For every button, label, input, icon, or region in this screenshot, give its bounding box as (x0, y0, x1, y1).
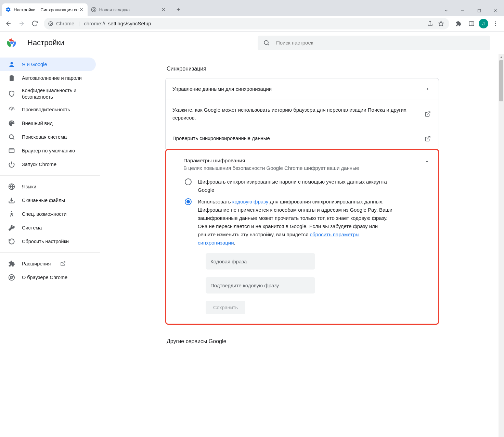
gear-icon (5, 7, 11, 12)
power-icon (8, 161, 15, 168)
svg-point-15 (10, 41, 13, 44)
chrome-icon (48, 21, 53, 26)
svg-point-18 (11, 62, 13, 64)
sidepanel-icon[interactable] (466, 18, 477, 29)
url-path: settings/syncSetup (108, 21, 151, 26)
encryption-header-row[interactable]: Параметры шифрования В целях повышения б… (166, 150, 438, 174)
section-title-sync: Синхронизация (167, 66, 439, 72)
svg-line-20 (13, 138, 14, 140)
sidebar-item[interactable]: Производительность (0, 103, 96, 116)
row-manage-sync-data[interactable]: Управление данными для синхронизации (166, 78, 439, 100)
sidebar-item[interactable]: Скачанные файлы (0, 193, 96, 207)
reload-button[interactable] (29, 18, 40, 29)
tab-title: Настройки – Синхронизация се (14, 7, 79, 12)
close-icon[interactable]: ✕ (161, 7, 166, 12)
sidebar-item-label: Поисковая система (22, 134, 67, 140)
share-icon[interactable] (426, 20, 434, 28)
settings-search-input[interactable] (275, 39, 485, 46)
sidebar-item[interactable]: Расширения (0, 257, 96, 271)
row-google-history[interactable]: Укажите, как Google может использовать и… (166, 100, 439, 128)
menu-icon[interactable] (490, 18, 501, 29)
radio-selected-icon[interactable] (185, 198, 192, 205)
row-check-synced-data[interactable]: Проверить синхронизированные данные (166, 128, 439, 149)
svg-rect-21 (9, 149, 14, 153)
svg-point-19 (9, 135, 13, 139)
sidebar-item[interactable]: Автозаполнение и пароли (0, 71, 96, 85)
radio-unselected-icon[interactable] (185, 178, 192, 185)
settings-header: Настройки (0, 32, 504, 54)
scroll-up-icon[interactable]: ▲ (499, 54, 504, 60)
encryption-settings-highlight: Параметры шифрования В целях повышения б… (165, 149, 439, 325)
maximize-button[interactable] (471, 5, 487, 16)
sidebar-item[interactable]: Система (0, 221, 96, 235)
sidebar-item[interactable]: Спец. возможности (0, 207, 96, 221)
reset-icon (8, 238, 15, 245)
settings-search[interactable] (258, 36, 490, 50)
page-title: Настройки (27, 38, 64, 47)
new-tab-button[interactable]: + (172, 5, 181, 14)
sidebar-item-label: Производительность (22, 107, 70, 113)
save-button[interactable]: Сохранить (206, 301, 245, 314)
shield-icon (8, 90, 15, 97)
back-button[interactable] (3, 18, 14, 29)
extensions-icon[interactable] (453, 18, 464, 29)
sidebar-item[interactable]: Внешний вид (0, 116, 96, 130)
row-text: Укажите, как Google может использовать и… (172, 106, 418, 122)
search-icon (8, 134, 15, 140)
passphrase-input[interactable] (206, 253, 315, 270)
row-text: Управление данными для синхронизации (172, 85, 418, 93)
encryption-subtitle: В целях повышения безопасности Google Ch… (183, 165, 423, 171)
divider (0, 252, 100, 253)
sidebar-item[interactable]: Языки (0, 180, 96, 193)
browser-tab[interactable]: Новая вкладка ✕ (88, 3, 170, 16)
avatar-letter: J (482, 21, 485, 26)
sidebar-item[interactable]: Сбросить настройки (0, 235, 96, 248)
content-area: ▲ Синхронизация Управление данными для с… (100, 54, 504, 437)
url-scheme-label: Chrome (56, 21, 74, 26)
tab-strip: Настройки – Синхронизация се ✕ Новая вкл… (0, 0, 438, 16)
svg-rect-3 (478, 9, 480, 12)
section-title-other-google: Другие сервисы Google (167, 338, 439, 345)
sidebar-item[interactable]: Конфиденциальность и безопасность (0, 85, 96, 103)
svg-rect-8 (469, 22, 474, 26)
address-bar[interactable]: Chrome | chrome://settings/syncSetup (44, 18, 449, 29)
globe-icon (8, 183, 15, 190)
sidebar-item-label: Запуск Chrome (22, 161, 56, 168)
svg-line-17 (268, 44, 269, 45)
sidebar-item-label: Внешний вид (22, 120, 53, 127)
link-passphrase[interactable]: кодовую фразу (232, 199, 268, 204)
browser-tab-active[interactable]: Настройки – Синхронизация се ✕ (2, 3, 88, 16)
sidebar-item[interactable]: Браузер по умолчанию (0, 144, 96, 158)
sidebar-item[interactable]: Я и Google (0, 58, 96, 71)
encryption-title: Параметры шифрования (183, 158, 423, 164)
sidebar-item[interactable]: Поисковая система (0, 130, 96, 144)
sidebar-item[interactable]: О браузере Chrome (0, 271, 96, 284)
close-window-button[interactable] (488, 5, 503, 16)
divider (0, 175, 100, 176)
passphrase-inputs: Сохранить (206, 253, 419, 314)
tab-title: Новая вкладка (99, 7, 161, 12)
svg-point-11 (495, 23, 496, 24)
forward-button[interactable] (16, 18, 27, 29)
radio-option-passphrase[interactable]: Использовать кодовую фразу для шифровани… (185, 198, 419, 247)
sidebar-item[interactable]: Запуск Chrome (0, 158, 96, 171)
scrollbar-track[interactable]: ▲ (499, 54, 504, 437)
confirm-passphrase-input[interactable] (206, 277, 315, 294)
svg-point-7 (50, 23, 52, 24)
open-external-icon (424, 110, 432, 118)
speed-icon (8, 106, 15, 113)
row-text: Проверить синхронизированные данные (172, 135, 418, 142)
radio-option-google-account[interactable]: Шифровать синхронизированные пароли с по… (185, 178, 419, 194)
minimize-button[interactable] (455, 5, 470, 16)
window-dropdown-icon[interactable] (438, 5, 454, 16)
svg-point-12 (495, 25, 496, 26)
profile-avatar[interactable]: J (479, 19, 488, 28)
chevron-up-icon (423, 158, 431, 166)
close-icon[interactable]: ✕ (79, 7, 84, 12)
svg-point-27 (11, 211, 12, 212)
search-icon (263, 39, 270, 46)
bookmark-icon[interactable] (437, 20, 445, 28)
sidebar-item-label: Браузер по умолчанию (22, 148, 75, 154)
download-icon (8, 197, 15, 204)
scrollbar-thumb[interactable] (499, 60, 503, 101)
